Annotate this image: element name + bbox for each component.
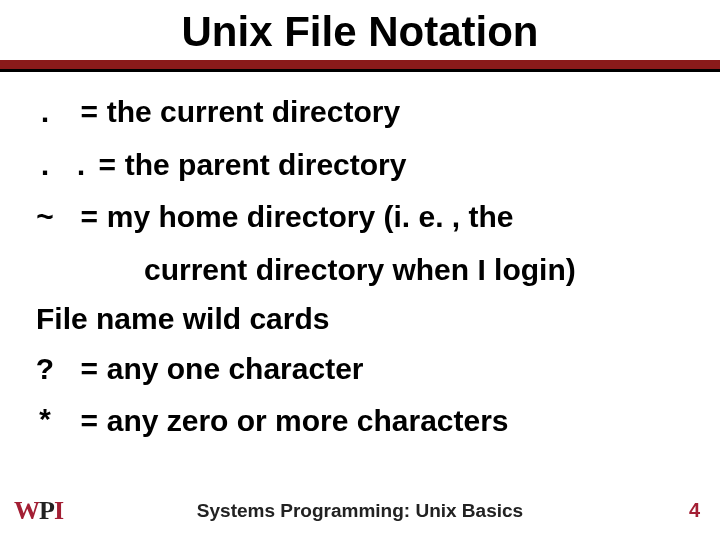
wildcards-header: File name wild cards: [36, 297, 690, 341]
desc-tilde-cont: current directory when I login): [144, 253, 576, 286]
slide-header: Unix File Notation: [0, 0, 720, 72]
notation-dot: . = the current directory: [36, 90, 690, 137]
symbol-dotdot: . .: [36, 146, 90, 190]
symbol-tilde: ~: [36, 198, 72, 242]
equals: =: [80, 202, 98, 236]
slide-footer: WPI Systems Programming: Unix Basics 4: [0, 482, 720, 532]
page-number: 4: [689, 499, 700, 522]
footer-caption: Systems Programming: Unix Basics: [0, 500, 720, 522]
notation-tilde-cont: current directory when I login): [36, 248, 690, 292]
desc-star: any zero or more characters: [107, 404, 509, 437]
notation-tilde: ~ = my home directory (i. e. , the: [36, 195, 690, 242]
desc-dotdot: the parent directory: [125, 148, 407, 181]
equals: =: [98, 150, 116, 184]
header-underline: [0, 60, 720, 72]
equals: =: [80, 97, 98, 131]
notation-star: * = any zero or more characters: [36, 399, 690, 446]
desc-dot: the current directory: [107, 95, 400, 128]
desc-qmark: any one character: [107, 352, 364, 385]
symbol-star: *: [36, 402, 72, 446]
equals: =: [80, 406, 98, 440]
symbol-dot: .: [36, 93, 72, 137]
slide-body: . = the current directory . . = the pare…: [0, 72, 720, 446]
slide-title: Unix File Notation: [0, 0, 720, 60]
desc-tilde: my home directory (i. e. , the: [107, 200, 514, 233]
equals: =: [80, 354, 98, 388]
symbol-qmark: ?: [36, 350, 72, 394]
wildcards-header-text: File name wild cards: [36, 302, 329, 335]
notation-dotdot: . . = the parent directory: [36, 143, 690, 190]
notation-qmark: ? = any one character: [36, 347, 690, 394]
